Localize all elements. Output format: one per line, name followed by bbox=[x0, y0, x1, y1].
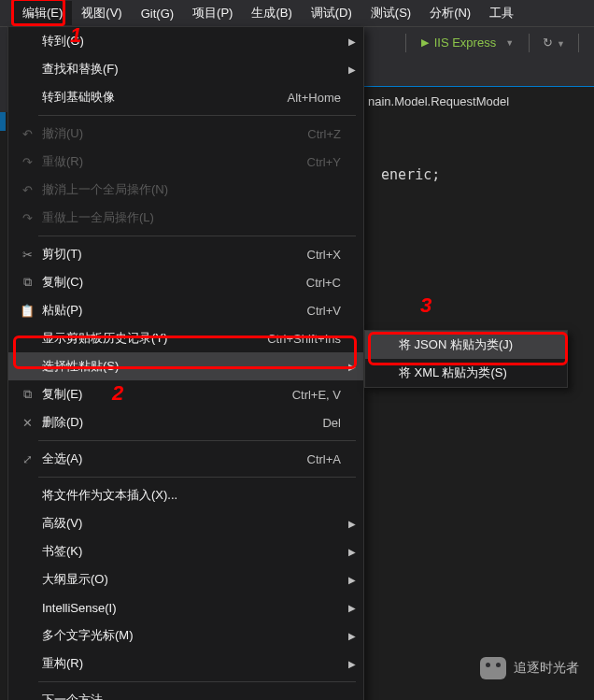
undo-icon: ↶ bbox=[16, 127, 38, 141]
menu-item: ↷重做(R)Ctrl+Y bbox=[8, 148, 363, 176]
edit-dropdown: 转到(G)▶查找和替换(F)▶转到基础映像Alt+Home↶撤消(U)Ctrl+… bbox=[7, 26, 364, 700]
menu-item-label: 重做上一全局操作(L) bbox=[38, 209, 356, 226]
menu-debug[interactable]: 调试(D) bbox=[302, 1, 361, 25]
code-content: eneric; bbox=[364, 150, 440, 183]
menu-separator bbox=[38, 115, 356, 116]
watermark: 追逐时光者 bbox=[480, 657, 579, 679]
paste-special-submenu: 将 JSON 粘贴为类(J)将 XML 粘贴为类(S) bbox=[364, 330, 568, 388]
menu-item[interactable]: ✕删除(D)Del bbox=[8, 408, 363, 436]
paste-icon: 📋 bbox=[16, 304, 38, 318]
submenu-item-label: 将 XML 粘贴为类(S) bbox=[395, 364, 559, 381]
cut-icon: ✂ bbox=[16, 248, 38, 262]
menu-view[interactable]: 视图(V) bbox=[72, 1, 131, 25]
submenu-item[interactable]: 将 JSON 粘贴为类(J) bbox=[365, 331, 567, 359]
menu-shortcut: Del bbox=[322, 416, 356, 430]
editor-tab[interactable]: nain.Model.RequestModel bbox=[362, 86, 594, 116]
menu-item-label: 高级(V) bbox=[38, 515, 356, 532]
delete-icon: ✕ bbox=[16, 416, 38, 430]
menu-item: ↶撤消上一个全局操作(N) bbox=[8, 176, 363, 204]
menu-item-label: 转到(G) bbox=[38, 33, 356, 50]
menu-git[interactable]: Git(G) bbox=[132, 3, 183, 24]
chevron-down-icon: ▼ bbox=[505, 38, 514, 48]
undo-icon: ↶ bbox=[16, 183, 38, 197]
annotation-label-3: 3 bbox=[420, 293, 431, 318]
menu-item[interactable]: 显示剪贴板历史记录(Y)Ctrl+Shift+Ins bbox=[8, 324, 363, 352]
menu-separator bbox=[38, 236, 356, 236]
menu-item[interactable]: ⧉复制(E)Ctrl+E, V bbox=[8, 380, 363, 408]
menu-item[interactable]: ⧉复制(C)Ctrl+C bbox=[8, 268, 363, 296]
menu-separator bbox=[38, 681, 356, 682]
tab-label: nain.Model.RequestModel bbox=[368, 94, 509, 108]
menu-shortcut: Alt+Home bbox=[288, 91, 356, 105]
menu-item-label: 复制(E) bbox=[38, 386, 292, 403]
menu-item[interactable]: 📋粘贴(P)Ctrl+V bbox=[8, 296, 363, 324]
menu-tools[interactable]: 工具 bbox=[480, 1, 523, 25]
menubar: 编辑(E) 视图(V) Git(G) 项目(P) 生成(B) 调试(D) 测试(… bbox=[0, 0, 594, 26]
menu-shortcut: Ctrl+A bbox=[307, 452, 356, 466]
menu-item-label: 剪切(T) bbox=[38, 246, 307, 263]
menu-item[interactable]: 转到(G)▶ bbox=[8, 27, 363, 55]
menu-edit[interactable]: 编辑(E) bbox=[13, 1, 72, 25]
run-button[interactable]: ▶ IIS Express ▼ bbox=[414, 34, 521, 51]
menu-shortcut: Ctrl+C bbox=[306, 276, 356, 290]
chevron-right-icon: ▶ bbox=[348, 631, 356, 641]
menu-shortcut: Ctrl+X bbox=[307, 248, 356, 262]
menu-item[interactable]: 书签(K)▶ bbox=[8, 537, 363, 565]
redo-icon: ↷ bbox=[16, 155, 38, 169]
menu-item-label: 重做(R) bbox=[38, 153, 307, 170]
menu-item-label: 撤消上一个全局操作(N) bbox=[38, 181, 356, 198]
menu-shortcut: Ctrl+Z bbox=[307, 127, 356, 141]
menu-separator bbox=[38, 440, 356, 441]
menu-item[interactable]: ⤢全选(A)Ctrl+A bbox=[8, 445, 363, 473]
menu-item-label: 删除(D) bbox=[38, 414, 322, 431]
menu-item-label: 撤消(U) bbox=[38, 125, 307, 142]
menu-shortcut: Ctrl+Y bbox=[307, 155, 356, 169]
menu-item[interactable]: 选择性粘贴(S)▶ bbox=[8, 352, 363, 380]
menu-item[interactable]: 多个文字光标(M)▶ bbox=[8, 621, 363, 650]
menu-item[interactable]: 转到基础映像Alt+Home bbox=[8, 83, 363, 111]
menu-item-label: IntelliSense(I) bbox=[38, 601, 356, 615]
menu-item-label: 粘贴(P) bbox=[38, 302, 307, 319]
toolbar-separator bbox=[578, 34, 579, 52]
copy-icon: ⧉ bbox=[16, 275, 38, 290]
duplicate-icon: ⧉ bbox=[16, 387, 38, 402]
menu-item-label: 书签(K) bbox=[38, 543, 356, 560]
chevron-right-icon: ▶ bbox=[348, 519, 356, 529]
chevron-right-icon: ▶ bbox=[348, 362, 356, 372]
left-accent bbox=[0, 112, 6, 131]
menu-item-label: 将文件作为文本插入(X)... bbox=[38, 487, 356, 504]
chevron-right-icon: ▶ bbox=[348, 659, 356, 669]
play-icon: ▶ bbox=[421, 36, 429, 49]
refresh-button[interactable]: ↻▼ bbox=[537, 34, 571, 51]
menu-item-label: 复制(C) bbox=[38, 274, 306, 291]
menu-item[interactable]: IntelliSense(I)▶ bbox=[8, 593, 363, 621]
menu-item[interactable]: 下一个方法 bbox=[8, 686, 363, 700]
menu-item-label: 选择性粘贴(S) bbox=[38, 358, 356, 375]
submenu-item[interactable]: 将 XML 粘贴为类(S) bbox=[365, 359, 567, 387]
chevron-right-icon: ▶ bbox=[348, 547, 356, 557]
menu-item[interactable]: 查找和替换(F)▶ bbox=[8, 55, 363, 83]
menu-item: ↶撤消(U)Ctrl+Z bbox=[8, 120, 363, 148]
menu-item[interactable]: ✂剪切(T)Ctrl+X bbox=[8, 240, 363, 268]
menu-shortcut: Ctrl+V bbox=[307, 304, 356, 318]
chevron-right-icon: ▶ bbox=[348, 36, 356, 47]
toolbar-separator bbox=[405, 34, 406, 52]
select-all-icon: ⤢ bbox=[16, 452, 38, 466]
menu-item-label: 下一个方法 bbox=[38, 692, 356, 700]
menu-item: ↷重做上一全局操作(L) bbox=[8, 204, 363, 232]
chevron-right-icon: ▶ bbox=[348, 575, 356, 585]
menu-item[interactable]: 高级(V)▶ bbox=[8, 509, 363, 537]
menu-analyze[interactable]: 分析(N) bbox=[420, 1, 480, 25]
submenu-item-label: 将 JSON 粘贴为类(J) bbox=[395, 336, 559, 353]
chevron-right-icon: ▶ bbox=[348, 64, 356, 75]
chevron-right-icon: ▶ bbox=[348, 603, 356, 613]
wechat-icon bbox=[480, 657, 506, 679]
menu-item[interactable]: 将文件作为文本插入(X)... bbox=[8, 481, 363, 509]
menu-item-label: 显示剪贴板历史记录(Y) bbox=[38, 330, 267, 347]
menu-project[interactable]: 项目(P) bbox=[183, 1, 242, 25]
menu-test[interactable]: 测试(S) bbox=[361, 1, 420, 25]
chevron-down-icon: ▼ bbox=[557, 39, 565, 49]
menu-item[interactable]: 重构(R)▶ bbox=[8, 650, 363, 678]
menu-build[interactable]: 生成(B) bbox=[242, 1, 301, 25]
menu-item[interactable]: 大纲显示(O)▶ bbox=[8, 565, 363, 593]
